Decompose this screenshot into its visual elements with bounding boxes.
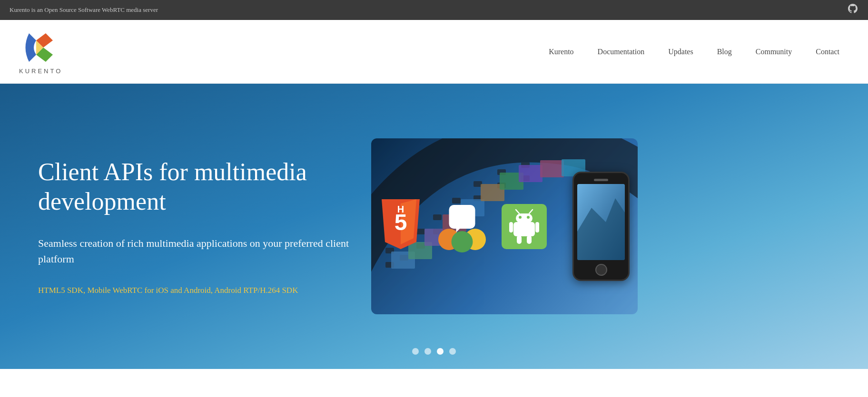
nav-blog[interactable]: Blog xyxy=(717,48,732,56)
html5-badge: 5 H xyxy=(379,199,422,253)
site-header: KURENTO Kurento Documentation Updates Bl… xyxy=(0,20,868,84)
chat-bubble xyxy=(449,205,475,229)
chat-badge xyxy=(438,203,486,250)
carousel-dot-2[interactable] xyxy=(424,348,431,355)
hero-image-area: 5 H xyxy=(371,138,638,314)
nav-kurento[interactable]: Kurento xyxy=(549,48,573,56)
svg-line-33 xyxy=(516,210,519,213)
github-icon[interactable] xyxy=(847,3,858,17)
carousel-dot-4[interactable] xyxy=(449,348,456,355)
svg-rect-28 xyxy=(453,209,472,222)
hero-content: Client APIs for multimedia development S… xyxy=(38,157,371,296)
nav-documentation[interactable]: Documentation xyxy=(598,48,645,56)
hero-image: 5 H xyxy=(371,138,638,314)
top-banner: Kurento is an Open Source Software WebRT… xyxy=(0,0,868,20)
carousel-dot-3[interactable] xyxy=(437,348,444,355)
carousel-dots[interactable] xyxy=(412,348,456,355)
phone-mockup xyxy=(572,172,630,281)
svg-rect-36 xyxy=(535,222,539,232)
hero-sdk-link[interactable]: HTML5 SDK, Mobile WebRTC for iOS and And… xyxy=(38,286,298,295)
hero-subtitle: Seamless creation of rich multimedia app… xyxy=(38,235,371,267)
svg-text:H: H xyxy=(397,204,404,214)
logo-text: KURENTO xyxy=(19,68,62,75)
svg-line-34 xyxy=(529,210,533,213)
svg-rect-30 xyxy=(516,213,533,223)
logo[interactable]: KURENTO xyxy=(19,29,62,75)
svg-rect-35 xyxy=(509,222,513,232)
carousel-dot-1[interactable] xyxy=(412,348,419,355)
hero-title: Client APIs for multimedia development xyxy=(38,157,371,217)
banner-text: Kurento is an Open Source Software WebRT… xyxy=(10,6,158,14)
hero-section: Client APIs for multimedia development S… xyxy=(0,84,868,369)
nav-contact[interactable]: Contact xyxy=(816,48,839,56)
svg-rect-29 xyxy=(513,222,535,236)
nav-updates[interactable]: Updates xyxy=(668,48,693,56)
icon-badges-container: 5 H xyxy=(371,138,638,314)
main-nav: Kurento Documentation Updates Blog Commu… xyxy=(549,48,839,56)
svg-rect-37 xyxy=(517,235,522,244)
nav-community[interactable]: Community xyxy=(756,48,792,56)
svg-point-32 xyxy=(527,216,530,219)
svg-rect-38 xyxy=(527,235,532,244)
svg-point-31 xyxy=(519,216,522,219)
android-badge xyxy=(502,204,547,249)
